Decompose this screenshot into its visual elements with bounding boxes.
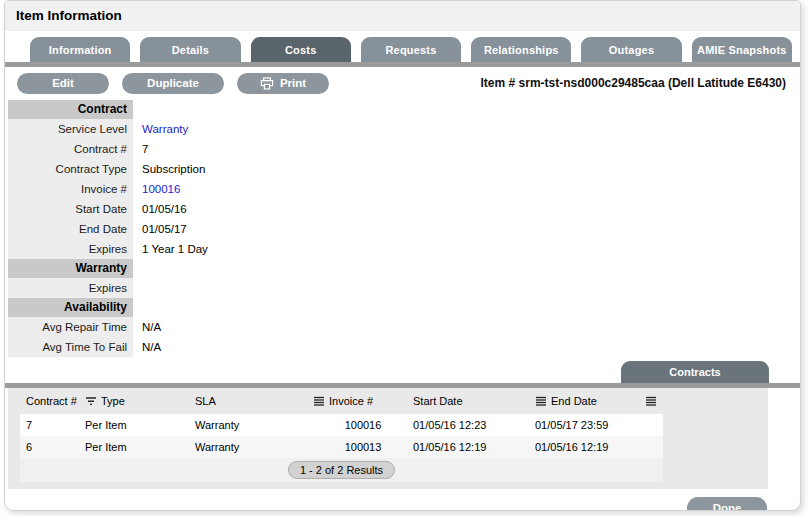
field-end-date: End Date 01/05/17 [5,219,800,239]
print-button-label: Print [280,77,306,89]
tab-relationships[interactable]: Relationships [471,37,571,62]
menu-icon[interactable] [313,396,325,407]
field-invoice-number: Invoice # 100016 [5,179,800,199]
column-label: Contract # [26,395,77,407]
col-start-date[interactable]: Start Date [413,395,535,407]
tab-amie-snapshots[interactable]: AMIE Snapshots [692,37,792,62]
col-invoice-number[interactable]: Invoice # [313,395,413,407]
field-value: 7 [133,143,148,155]
field-value: 01/05/16 [133,203,187,215]
field-label: Expires [8,278,133,298]
menu-icon[interactable] [645,396,657,407]
field-label: End Date [8,219,133,239]
invoice-link[interactable]: 100016 [133,183,180,195]
tab-information[interactable]: Information [30,37,130,62]
cell-sla: Warranty [195,419,313,431]
menu-icon[interactable] [535,396,547,407]
print-button[interactable]: Print [237,73,329,94]
section-header-label: Warranty [8,259,133,278]
field-warranty-expires: Expires [5,278,800,298]
cell-end-date: 01/05/16 12:19 [535,441,645,453]
section-header-availability: Availability [5,298,800,317]
cell-invoice-number: 100013 [313,441,413,453]
edit-button[interactable]: Edit [17,73,109,94]
table-footer: 1 - 2 of 2 Results [20,458,663,482]
field-start-date: Start Date 01/05/16 [5,199,800,219]
cell-type: Per Item [85,419,195,431]
tab-costs[interactable]: Costs [251,37,351,62]
tab-bar: Information Details Costs Requests Relat… [30,37,792,62]
table-row[interactable]: 6 Per Item Warranty 100013 01/05/16 12:1… [20,436,663,458]
tab-outages[interactable]: Outages [581,37,681,62]
tab-contracts[interactable]: Contracts [621,361,769,383]
field-contract-type: Contract Type Subscription [5,159,800,179]
item-details-form: Contract Service Level Warranty Contract… [5,100,800,357]
field-value: 1 Year 1 Day [133,243,208,255]
done-button[interactable]: Done [687,497,767,511]
contracts-tab-row: Contracts [5,361,800,383]
section-header-label: Contract [8,100,133,119]
field-value: 01/05/17 [133,223,187,235]
service-level-link[interactable]: Warranty [133,123,188,135]
cell-type: Per Item [85,441,195,453]
field-label: Start Date [8,199,133,219]
footer-actions: Done [5,489,800,511]
field-value: N/A [133,341,161,353]
section-header-label: Availability [8,298,133,317]
field-value: N/A [133,321,161,333]
cell-start-date: 01/05/16 12:19 [413,441,535,453]
col-sla[interactable]: SLA [195,395,313,407]
column-label: Type [101,395,125,407]
contracts-table: Contract # Type SLA [20,388,663,482]
results-count-badge: 1 - 2 of 2 Results [288,461,395,479]
filter-icon[interactable] [85,396,97,407]
section-header-warranty: Warranty [5,259,800,278]
column-label: End Date [551,395,597,407]
cell-sla: Warranty [195,441,313,453]
field-label: Service Level [8,119,133,139]
column-label: Invoice # [329,395,373,407]
field-label: Avg Time To Fail [8,337,133,357]
field-expires: Expires 1 Year 1 Day [5,239,800,259]
printer-icon [260,77,274,90]
table-header-row: Contract # Type SLA [20,388,663,414]
section-header-contract: Contract [5,100,800,119]
col-actions[interactable] [645,396,663,407]
cell-end-date: 01/05/17 23:59 [535,419,645,431]
field-avg-repair-time: Avg Repair Time N/A [5,317,800,337]
column-label: Start Date [413,395,463,407]
field-avg-time-to-fail: Avg Time To Fail N/A [5,337,800,357]
item-reference: Item # srm-tst-nsd000c29485caa (Dell Lat… [481,76,786,90]
field-label: Contract # [8,139,133,159]
contracts-table-panel: Contract # Type SLA [8,388,768,489]
tab-details[interactable]: Details [140,37,240,62]
field-service-level: Service Level Warranty [5,119,800,139]
col-contract-number[interactable]: Contract # [20,395,85,407]
field-label: Contract Type [8,159,133,179]
column-label: SLA [195,395,216,407]
field-label: Expires [8,239,133,259]
cell-start-date: 01/05/16 12:23 [413,419,535,431]
col-end-date[interactable]: End Date [535,395,645,407]
field-value: Subscription [133,163,205,175]
field-contract-number: Contract # 7 [5,139,800,159]
duplicate-button[interactable]: Duplicate [122,73,224,94]
tab-requests[interactable]: Requests [361,37,461,62]
col-type[interactable]: Type [85,395,195,407]
toolbar: Edit Duplicate Print Item # srm-tst-nsd0… [5,67,800,97]
cell-contract-number: 7 [20,419,85,431]
field-label: Avg Repair Time [8,317,133,337]
field-label: Invoice # [8,179,133,199]
table-row[interactable]: 7 Per Item Warranty 100016 01/05/16 12:2… [20,414,663,436]
page-title: Item Information [5,1,800,31]
item-information-window: Item Information Information Details Cos… [4,0,801,511]
cell-contract-number: 6 [20,441,85,453]
cell-invoice-number: 100016 [313,419,413,431]
